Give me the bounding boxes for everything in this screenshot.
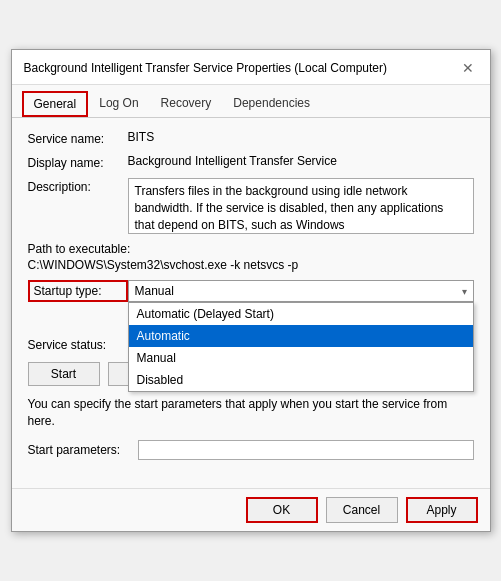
- properties-window: Background Intelligent Transfer Service …: [11, 49, 491, 532]
- dropdown-option-automatic-delayed[interactable]: Automatic (Delayed Start): [129, 303, 473, 325]
- display-name-label: Display name:: [28, 154, 128, 170]
- start-parameters-row: Start parameters:: [28, 440, 474, 460]
- dialog-footer: OK Cancel Apply: [12, 488, 490, 531]
- startup-type-dropdown-list: Automatic (Delayed Start) Automatic Manu…: [128, 302, 474, 392]
- description-row: Description: Transfers files in the back…: [28, 178, 474, 234]
- tab-dependencies[interactable]: Dependencies: [222, 91, 321, 117]
- service-name-row: Service name: BITS: [28, 130, 474, 146]
- path-label: Path to executable:: [28, 242, 474, 256]
- startup-type-dropdown[interactable]: Manual ▾: [128, 280, 474, 302]
- tab-bar: General Log On Recovery Dependencies: [12, 85, 490, 118]
- service-status-label: Service status:: [28, 338, 128, 352]
- start-parameters-label: Start parameters:: [28, 443, 138, 457]
- window-title: Background Intelligent Transfer Service …: [24, 61, 388, 75]
- startup-type-row: Startup type: Manual ▾ Automatic (Delaye…: [28, 280, 474, 302]
- display-name-value: Background Intelligent Transfer Service: [128, 154, 337, 168]
- apply-button[interactable]: Apply: [406, 497, 478, 523]
- startup-type-selected: Manual: [135, 284, 174, 298]
- title-bar: Background Intelligent Transfer Service …: [12, 50, 490, 85]
- hint-text: You can specify the start parameters tha…: [28, 396, 474, 430]
- dropdown-arrow-icon: ▾: [462, 286, 467, 297]
- cancel-button[interactable]: Cancel: [326, 497, 398, 523]
- close-button[interactable]: ✕: [458, 58, 478, 78]
- tab-general[interactable]: General: [22, 91, 89, 117]
- dropdown-option-automatic[interactable]: Automatic: [129, 325, 473, 347]
- path-section: Path to executable: C:\WINDOWS\System32\…: [28, 242, 474, 272]
- description-value: Transfers files in the background using …: [128, 178, 474, 234]
- path-value: C:\WINDOWS\System32\svchost.exe -k netsv…: [28, 258, 474, 272]
- dropdown-option-manual[interactable]: Manual: [129, 347, 473, 369]
- tab-logon[interactable]: Log On: [88, 91, 149, 117]
- tab-recovery[interactable]: Recovery: [150, 91, 223, 117]
- tab-content: Service name: BITS Display name: Backgro…: [12, 118, 490, 488]
- dropdown-option-disabled[interactable]: Disabled: [129, 369, 473, 391]
- startup-type-dropdown-wrapper: Manual ▾ Automatic (Delayed Start) Autom…: [128, 280, 474, 302]
- ok-button[interactable]: OK: [246, 497, 318, 523]
- display-name-row: Display name: Background Intelligent Tra…: [28, 154, 474, 170]
- description-label: Description:: [28, 178, 128, 194]
- service-name-label: Service name:: [28, 130, 128, 146]
- service-name-value: BITS: [128, 130, 155, 144]
- start-parameters-input[interactable]: [138, 440, 474, 460]
- startup-type-label: Startup type:: [28, 280, 128, 302]
- start-button[interactable]: Start: [28, 362, 100, 386]
